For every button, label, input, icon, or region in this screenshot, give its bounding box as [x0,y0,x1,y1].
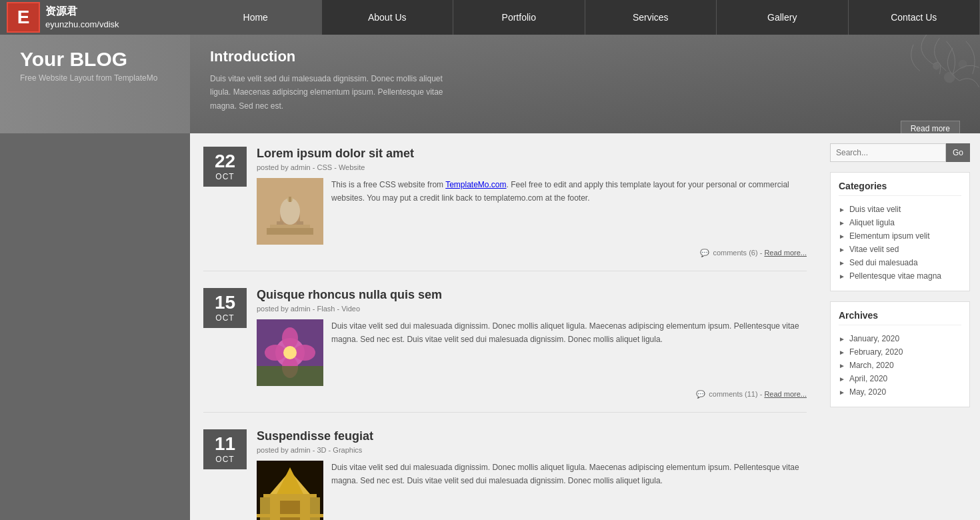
post-readmore-2[interactable]: Read more... [764,390,807,398]
post-date-box-3: 11 OCT [203,429,247,469]
post-comments-2: comments (11) [709,390,757,398]
hero-section: Your BLOG Free Website Layout from Templ… [0,35,980,133]
cat-item-4[interactable]: ►Sed dui malesuada [839,256,961,269]
archive-item-1[interactable]: ►February, 2020 [839,345,961,359]
main-nav: Home About Us Portfolio Services Gallery… [190,0,980,35]
logo-letter: E [17,7,30,28]
post-2: 15 OCT Quisque rhoncus nulla quis sem po… [203,288,807,413]
post-inner-1: This is a free CSS website from Template… [257,178,807,245]
svg-point-16 [265,345,286,361]
post-date-month-2: OCT [207,313,243,323]
post-inner-2: Duis vitae velit sed dui malesuada digni… [257,319,807,386]
categories-section: Categories ►Duis vitae velit ►Aliquet li… [830,172,970,291]
header: E 资源君 eyunzhu.com/vdisk Home About Us Po… [0,0,980,35]
nav-services[interactable]: Services [585,0,717,35]
svg-rect-19 [257,366,323,386]
cat-item-2[interactable]: ►Elementum ipsum velit [839,229,961,243]
post-date-month-3: OCT [207,455,243,464]
svg-rect-11 [289,197,291,202]
content-area: 22 OCT Lorem ipsum dolor sit amet posted… [190,133,820,520]
arrow-icon-0: ► [839,206,845,213]
post-date-box-1: 22 OCT [203,147,247,187]
post-date-day-1: 22 [207,152,243,171]
nav-contact[interactable]: Contact Us [849,0,981,35]
svg-point-0 [944,72,955,83]
hero-left: Your BLOG Free Website Layout from Templ… [0,35,190,133]
svg-point-18 [283,346,297,359]
post-body-2: Quisque rhoncus nulla quis sem posted by… [257,288,807,399]
post-meta-1: posted by admin - CSS - Website [257,163,807,171]
arch-arrow-2: ► [839,362,845,369]
post-thumb-1 [257,178,323,245]
nav-home[interactable]: Home [190,0,322,35]
post-text-start-1: This is a free CSS website from [331,180,445,189]
post-3: 11 OCT Suspendisse feugiat posted by adm… [203,429,807,520]
archives-title: Archives [839,310,961,325]
hero-right: Introduction Duis vitae velit sed dui ma… [190,35,980,133]
nav-gallery[interactable]: Gallery [717,0,849,35]
svg-point-14 [282,327,298,349]
hero-title-plain: Your [20,48,64,70]
hero-title-bold: BLOG [69,48,127,70]
hero-title: Your BLOG [20,48,177,71]
post-date-day-3: 11 [207,435,243,453]
logo-url: eyunzhu.com/vdisk [45,19,119,31]
post-title-2: Quisque rhoncus nulla quis sem [257,288,807,302]
comment-icon-2: 💬 [696,390,705,399]
post-text-3: Duis vitae velit sed dui malesuada digni… [331,461,807,520]
post-meta-2: posted by admin - Flash - Video [257,305,807,313]
post-text-2: Duis vitae velit sed dui malesuada digni… [331,319,807,386]
intro-title: Introduction [210,48,960,65]
archives-section: Archives ►January, 2020 ►February, 2020 … [830,301,970,407]
arrow-icon-4: ► [839,259,845,267]
comment-icon-1: 💬 [700,249,709,257]
categories-title: Categories [839,181,961,196]
archive-item-3[interactable]: ►April, 2020 [839,372,961,385]
logo-box: E [7,2,40,33]
arch-arrow-3: ► [839,375,845,383]
search-input[interactable] [830,143,946,162]
post-date-day-2: 15 [207,293,243,312]
post-thumb-2 [257,319,323,386]
main-area: 22 OCT Lorem ipsum dolor sit amet posted… [0,133,980,520]
post-title-3: Suspendisse feugiat [257,429,807,443]
post-readmore-1[interactable]: Read more... [764,249,807,257]
post-link-1[interactable]: TemplateMo.com [445,180,506,189]
post-footer-2: 💬 comments (11) - Read more... [257,390,807,399]
arch-arrow-4: ► [839,389,845,396]
post-footer-1: 💬 comments (6) - Read more... [257,249,807,257]
cat-item-3[interactable]: ►Vitae velit sed [839,243,961,256]
arch-arrow-0: ► [839,335,845,343]
post-date-box-2: 15 OCT [203,288,247,328]
cat-item-5[interactable]: ►Pellentesque vitae magna [839,269,961,283]
read-more-button[interactable]: Read more [901,121,960,133]
post-title-1: Lorem ipsum dolor sit amet [257,147,807,161]
arrow-icon-1: ► [839,219,845,227]
intro-text: Duis vitae velit sed dui malesuada digni… [210,72,463,113]
archive-item-2[interactable]: ►March, 2020 [839,359,961,372]
nav-portfolio[interactable]: Portfolio [453,0,585,35]
arrow-icon-5: ► [839,273,845,280]
archive-item-4[interactable]: ►May, 2020 [839,385,961,399]
search-button[interactable]: Go [946,143,970,162]
post-1: 22 OCT Lorem ipsum dolor sit amet posted… [203,147,807,271]
archive-item-0[interactable]: ►January, 2020 [839,332,961,345]
logo-area: E 资源君 eyunzhu.com/vdisk [0,0,190,35]
arrow-icon-3: ► [839,246,845,253]
arch-arrow-1: ► [839,349,845,356]
post-meta-3: posted by admin - 3D - Graphics [257,446,807,454]
sidebar-right: Go Categories ►Duis vitae velit ►Aliquet… [820,133,980,520]
post-comments-1: comments (6) [713,249,757,257]
post-body-3: Suspendisse feugiat posted by admin - 3D… [257,429,807,520]
nav-about[interactable]: About Us [322,0,454,35]
post-date-month-1: OCT [207,172,243,181]
cat-item-0[interactable]: ►Duis vitae velit [839,203,961,216]
search-box: Go [830,143,970,162]
post-thumb-3 [257,461,323,520]
post-inner-3: Duis vitae velit sed dui malesuada digni… [257,461,807,520]
svg-rect-27 [257,514,323,517]
post-body-1: Lorem ipsum dolor sit amet posted by adm… [257,147,807,257]
post-text-1: This is a free CSS website from Template… [331,178,807,245]
cat-item-1[interactable]: ►Aliquet ligula [839,216,961,229]
sidebar-left [0,133,190,520]
